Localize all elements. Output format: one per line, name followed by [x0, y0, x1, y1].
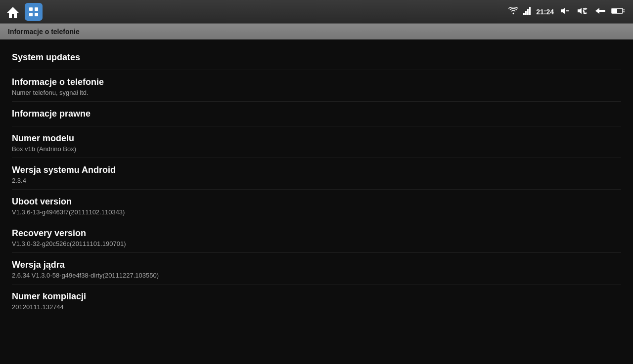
- volume-up-icon: [576, 7, 589, 17]
- wifi-icon: [508, 7, 518, 17]
- taskbar: 21:24: [0, 0, 633, 24]
- menu-item-system-updates[interactable]: System updates: [12, 45, 621, 70]
- menu-item-title: Numer modelu: [12, 133, 621, 144]
- back-icon[interactable]: [594, 7, 606, 17]
- app-icon: [28, 6, 39, 17]
- svg-rect-9: [529, 7, 531, 15]
- svg-rect-6: [523, 13, 525, 15]
- menu-item-subtitle: V1.3.6-13-g49463f7(20111102.110343): [12, 208, 621, 216]
- menu-item-title: Wersja systemu Android: [12, 165, 621, 175]
- menu-item-informacje-prawne[interactable]: Informacje prawne: [12, 102, 621, 126]
- menu-item-subtitle: Numer telefonu, sygnał ltd.: [12, 89, 621, 96]
- menu-item-subtitle: 2.3.4: [12, 177, 621, 184]
- menu-item-subtitle: 20120111.132744: [12, 303, 621, 311]
- menu-item-numer-modelu[interactable]: Numer modeluBox v1b (Andrino Box): [12, 126, 621, 158]
- menu-item-informacje-o-telefonie[interactable]: Informacje o telefonieNumer telefonu, sy…: [12, 70, 621, 102]
- title-bar-text: Informacje o telefonie: [8, 28, 80, 36]
- menu-item-title: Informacje o telefonie: [12, 77, 621, 87]
- svg-rect-17: [612, 9, 617, 13]
- svg-marker-0: [7, 7, 19, 18]
- menu-item-title: Uboot version: [12, 197, 621, 207]
- menu-item-subtitle: Box v1b (Andrino Box): [12, 145, 621, 153]
- signal-icon: [523, 7, 531, 17]
- svg-marker-12: [578, 8, 582, 14]
- menu-item-wersja-systemu[interactable]: Wersja systemu Android2.3.4: [12, 158, 621, 190]
- menu-item-title: Numer kompilacji: [12, 291, 621, 302]
- svg-rect-1: [29, 7, 33, 11]
- app-button[interactable]: [25, 3, 43, 21]
- menu-item-title: Informacje prawne: [12, 109, 621, 119]
- svg-rect-2: [35, 7, 38, 11]
- svg-rect-7: [525, 11, 527, 15]
- svg-rect-4: [35, 13, 38, 16]
- svg-rect-8: [527, 9, 529, 15]
- menu-item-wersja-jadra[interactable]: Wersja jądra2.6.34 V1.3.0-58-g49e4f38-di…: [12, 253, 621, 284]
- volume-down-icon: [559, 7, 571, 17]
- svg-point-5: [513, 12, 514, 14]
- home-icon: [6, 5, 20, 19]
- menu-item-subtitle: V1.3.0-32-g20c526c(20111101.190701): [12, 240, 621, 247]
- menu-item-subtitle: 2.6.34 V1.3.0-58-g49e4f38-dirty(20111227…: [12, 272, 621, 279]
- menu-item-numer-kompilacji[interactable]: Numer kompilacji20120111.132744: [12, 284, 621, 316]
- svg-marker-10: [561, 8, 565, 14]
- taskbar-left: [4, 3, 43, 21]
- home-button[interactable]: [4, 3, 22, 21]
- menu-item-title: System updates: [12, 52, 621, 63]
- menu-item-uboot-version[interactable]: Uboot versionV1.3.6-13-g49463f7(20111102…: [12, 190, 621, 221]
- taskbar-right: 21:24: [508, 7, 629, 17]
- content-area: System updatesInformacje o telefonieNume…: [0, 40, 633, 364]
- title-bar: Informacje o telefonie: [0, 24, 633, 40]
- power-icon: [611, 7, 625, 17]
- menu-item-title: Recovery version: [12, 228, 621, 239]
- menu-item-recovery-version[interactable]: Recovery versionV1.3.0-32-g20c526c(20111…: [12, 221, 621, 253]
- svg-marker-13: [595, 8, 605, 14]
- menu-item-title: Wersja jądra: [12, 260, 621, 270]
- svg-rect-3: [29, 13, 33, 16]
- status-time: 21:24: [536, 8, 554, 16]
